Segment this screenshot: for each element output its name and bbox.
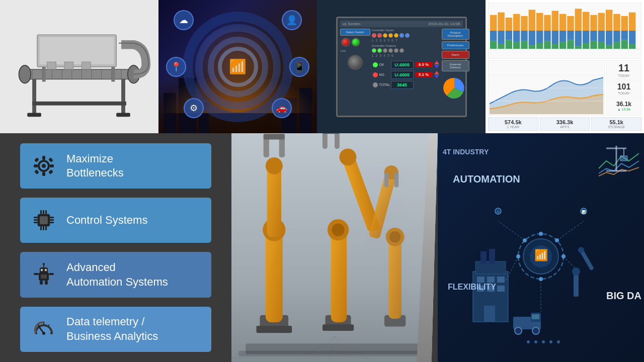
product-desc-btn[interactable]: Product Description <box>442 29 469 40</box>
svg-rect-22 <box>47 62 56 69</box>
rotary-knob[interactable] <box>348 55 363 70</box>
conveyor-svg <box>8 9 151 125</box>
stat-year-label: 1 YEAR <box>490 125 536 129</box>
automation-label: Advanced Automation Systems <box>66 260 168 289</box>
led-red <box>341 38 350 47</box>
svg-rect-19 <box>40 37 114 64</box>
bottom-section: Maximize Bottlenecks <box>0 133 644 362</box>
menu-item-control[interactable]: Control Systems <box>20 198 211 243</box>
svg-rect-54 <box>559 31 566 42</box>
screen-header: us Screen 2016-01-01 13:06 <box>340 21 463 27</box>
svg-rect-150 <box>267 166 281 237</box>
svg-rect-153 <box>279 137 285 157</box>
svg-rect-118 <box>34 273 39 275</box>
down-arrow-2 <box>434 75 439 78</box>
svg-rect-89 <box>42 172 45 176</box>
svg-rect-17 <box>116 113 130 117</box>
person-icon: 👤 <box>282 10 302 30</box>
svg-rect-164 <box>323 133 340 134</box>
cloud-icon: ☁ <box>174 10 194 30</box>
svg-rect-61 <box>575 46 582 49</box>
svg-rect-79 <box>621 40 628 49</box>
svg-rect-30 <box>498 31 504 44</box>
stat-36k: 36.1k <box>608 101 639 108</box>
crane-icon <box>604 143 629 175</box>
bigdata-text: BIG DA <box>606 290 641 302</box>
svg-point-216 <box>542 340 545 343</box>
svg-rect-92 <box>34 157 39 162</box>
svg-text:⚙: ⚙ <box>497 210 500 214</box>
stat-year: 574.5k <box>490 119 536 125</box>
preferences-btn[interactable]: Preferences <box>442 41 469 49</box>
svg-rect-43 <box>529 45 535 49</box>
svg-rect-154 <box>264 134 285 139</box>
menu-item-automation[interactable]: Advanced Automation Systems <box>20 252 211 297</box>
svg-rect-47 <box>544 15 550 31</box>
svg-rect-13 <box>32 79 36 114</box>
svg-rect-71 <box>606 10 612 31</box>
svg-rect-68 <box>598 13 605 31</box>
screen-datetime: 2016-01-01 13:06 <box>428 22 460 26</box>
svg-rect-107 <box>40 226 42 230</box>
svg-rect-32 <box>506 18 512 31</box>
svg-rect-50 <box>552 11 558 31</box>
svg-rect-66 <box>590 31 597 41</box>
car-icon: 🚗 <box>272 98 292 118</box>
stat-today-1: TODAY <box>608 74 639 77</box>
svg-rect-46 <box>536 43 543 49</box>
svg-rect-172 <box>394 173 398 187</box>
svg-point-114 <box>41 269 43 271</box>
svg-line-129 <box>48 325 49 326</box>
svg-point-214 <box>527 340 530 343</box>
svg-rect-27 <box>490 31 497 41</box>
svg-rect-36 <box>513 31 520 42</box>
svg-rect-163 <box>335 133 340 149</box>
pie-chart <box>442 75 467 101</box>
svg-rect-78 <box>621 31 628 40</box>
svg-rect-48 <box>544 31 550 41</box>
svg-rect-88 <box>42 156 45 160</box>
svg-rect-70 <box>598 42 605 49</box>
svg-point-87 <box>42 164 46 168</box>
menu-item-maximize[interactable]: Maximize Bottlenecks <box>20 143 211 189</box>
ok-indicator <box>373 62 378 67</box>
svg-rect-62 <box>583 12 589 31</box>
svg-rect-45 <box>536 31 543 43</box>
svg-rect-0 <box>22 69 136 79</box>
svg-rect-95 <box>48 169 53 174</box>
output-dot-1 <box>372 48 376 53</box>
svg-rect-121 <box>45 281 48 285</box>
ng-indicator <box>373 72 378 77</box>
svg-rect-23 <box>64 62 73 69</box>
svg-text:📊: 📊 <box>582 210 586 214</box>
stat-big-num: 11 <box>608 62 639 74</box>
stat-apps: 336.3k <box>542 119 588 125</box>
select-switch-btn[interactable]: Select Switch <box>340 29 370 36</box>
low-label: Low <box>340 49 370 53</box>
svg-point-124 <box>42 332 45 335</box>
output-dot-4 <box>388 48 393 53</box>
external-devices-btn[interactable]: External Devices <box>442 60 469 71</box>
svg-rect-90 <box>34 164 38 167</box>
svg-rect-24 <box>82 62 91 69</box>
input-dot-4 <box>388 33 393 38</box>
ng-row: NG U:4000 5.1 % <box>372 70 440 80</box>
svg-rect-73 <box>606 45 612 49</box>
svg-rect-222 <box>620 156 627 161</box>
gear-icon-maximize <box>31 153 56 178</box>
svg-rect-98 <box>34 217 38 218</box>
menu-item-telemetry[interactable]: Data telemetry / Business Analytics <box>20 307 211 352</box>
sidebar-menu: Maximize Bottlenecks <box>0 133 231 362</box>
svg-rect-120 <box>40 281 43 285</box>
svg-rect-35 <box>513 14 520 31</box>
stat-growth: ▲ 15.6k <box>608 108 639 111</box>
svg-rect-157 <box>331 230 347 322</box>
right-panels: 4T INDUSTRY AUTOMATION <box>231 133 644 362</box>
svg-rect-80 <box>629 13 635 31</box>
svg-rect-64 <box>583 43 589 49</box>
output-dot-2 <box>377 48 382 53</box>
ng-pct: 5.1 % <box>415 72 433 77</box>
svg-rect-205 <box>532 314 539 319</box>
alarm-btn[interactable]: Alarm <box>442 51 469 59</box>
svg-rect-93 <box>48 157 53 162</box>
